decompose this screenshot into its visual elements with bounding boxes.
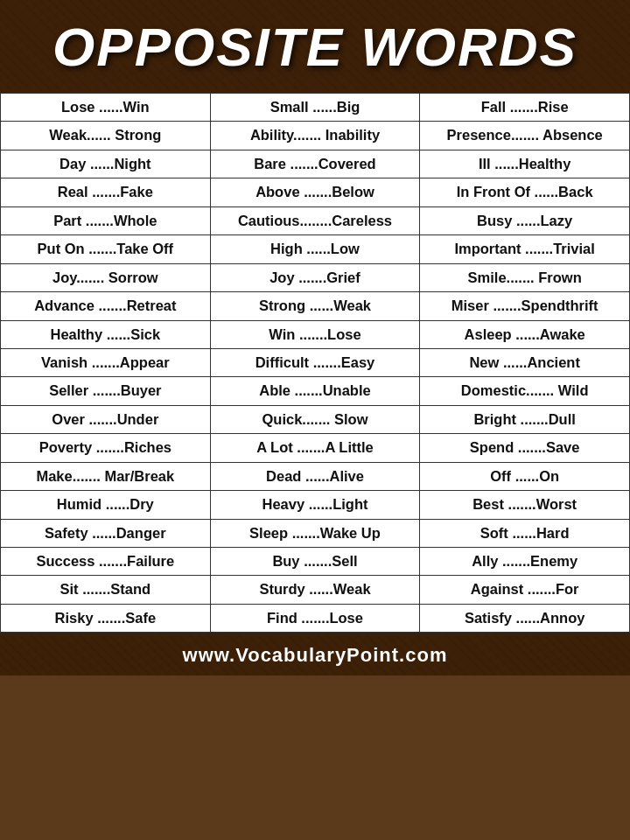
table-cell: Best .......Worst (420, 491, 630, 519)
table-cell: Real .......Fake (1, 178, 211, 206)
table-cell: Seller .......Buyer (1, 377, 211, 405)
table-cell: Heavy ......Light (210, 491, 420, 519)
table-row: Part .......WholeCautious........Careles… (1, 206, 630, 234)
table-cell: Against .......For (420, 576, 630, 604)
table-cell: High ......Low (210, 235, 420, 263)
table-row: Risky .......SafeFind .......LoseSatisfy… (1, 604, 630, 632)
table-row: Humid ......DryHeavy ......LightBest ...… (1, 491, 630, 519)
page-title: OPPOSITE WORDS (9, 16, 621, 78)
table-row: Weak...... StrongAbility....... Inabilit… (1, 122, 630, 150)
table-cell: Important .......Trivial (420, 235, 630, 263)
table-cell: Dead ......Alive (210, 462, 420, 490)
table-row: Make....... Mar/BreakDead ......AliveOff… (1, 462, 630, 490)
table-row: Safety ......DangerSleep .......Wake UpS… (1, 519, 630, 547)
table-cell: Busy ......Lazy (420, 206, 630, 234)
table-cell: Bright .......Dull (420, 405, 630, 433)
table-row: Over .......UnderQuick....... SlowBright… (1, 405, 630, 433)
table-cell: Advance .......Retreat (1, 292, 211, 320)
table-cell: Lose ......Win (1, 94, 211, 122)
table-cell: Above .......Below (210, 178, 420, 206)
table-cell: Safety ......Danger (1, 519, 211, 547)
table-cell: Put On .......Take Off (1, 235, 211, 263)
opposite-words-table: Lose ......WinSmall ......BigFall ......… (0, 93, 630, 633)
table-row: Success .......FailureBuy .......SellAll… (1, 548, 630, 576)
table-cell: Asleep ......Awake (420, 320, 630, 348)
table-row: Sit .......StandSturdy ......WeakAgainst… (1, 576, 630, 604)
table-cell: Strong ......Weak (210, 292, 420, 320)
word-table-container: Lose ......WinSmall ......BigFall ......… (0, 90, 630, 635)
table-row: Vanish .......AppearDifficult .......Eas… (1, 348, 630, 376)
table-cell: Smile....... Frown (420, 263, 630, 291)
table-cell: Joy .......Grief (210, 263, 420, 291)
table-cell: Miser .......Spendthrift (420, 292, 630, 320)
table-cell: Risky .......Safe (1, 604, 211, 632)
table-cell: Able .......Unable (210, 377, 420, 405)
table-cell: Ally .......Enemy (420, 548, 630, 576)
table-cell: Difficult .......Easy (210, 348, 420, 376)
table-row: Put On .......Take OffHigh ......LowImpo… (1, 235, 630, 263)
table-cell: Satisfy ......Annoy (420, 604, 630, 632)
table-cell: Humid ......Dry (1, 491, 211, 519)
table-cell: Weak...... Strong (1, 122, 211, 150)
website-url: www.VocabularyPoint.com (183, 644, 448, 666)
table-row: Healthy ......SickWin .......LoseAsleep … (1, 320, 630, 348)
table-cell: In Front Of ......Back (420, 178, 630, 206)
table-row: Lose ......WinSmall ......BigFall ......… (1, 94, 630, 122)
table-cell: Buy .......Sell (210, 548, 420, 576)
table-cell: Off ......On (420, 462, 630, 490)
table-cell: Win .......Lose (210, 320, 420, 348)
table-row: Real .......FakeAbove .......BelowIn Fro… (1, 178, 630, 206)
table-cell: A Lot .......A Little (210, 434, 420, 462)
table-cell: New ......Ancient (420, 348, 630, 376)
table-cell: Spend .......Save (420, 434, 630, 462)
table-cell: Cautious........Careless (210, 206, 420, 234)
table-cell: Bare .......Covered (210, 150, 420, 178)
table-row: Day ......NightBare .......CoveredIll ..… (1, 150, 630, 178)
table-cell: Find .......Lose (210, 604, 420, 632)
table-cell: Soft ......Hard (420, 519, 630, 547)
table-cell: Sleep .......Wake Up (210, 519, 420, 547)
table-cell: Day ......Night (1, 150, 211, 178)
table-cell: Ability....... Inability (210, 122, 420, 150)
table-cell: Sturdy ......Weak (210, 576, 420, 604)
table-cell: Small ......Big (210, 94, 420, 122)
table-cell: Fall .......Rise (420, 94, 630, 122)
table-cell: Quick....... Slow (210, 405, 420, 433)
table-cell: Sit .......Stand (1, 576, 211, 604)
table-cell: Healthy ......Sick (1, 320, 211, 348)
table-cell: Part .......Whole (1, 206, 211, 234)
table-row: Advance .......RetreatStrong ......WeakM… (1, 292, 630, 320)
table-cell: Success .......Failure (1, 548, 211, 576)
table-row: Seller .......BuyerAble .......UnableDom… (1, 377, 630, 405)
table-cell: Over .......Under (1, 405, 211, 433)
page-footer: www.VocabularyPoint.com (0, 635, 630, 676)
table-cell: Domestic....... Wild (420, 377, 630, 405)
table-cell: Ill ......Healthy (420, 150, 630, 178)
table-cell: Vanish .......Appear (1, 348, 211, 376)
table-cell: Make....... Mar/Break (1, 462, 211, 490)
page-header: OPPOSITE WORDS (0, 0, 630, 90)
table-cell: Presence....... Absence (420, 122, 630, 150)
table-row: Joy....... SorrowJoy .......GriefSmile..… (1, 263, 630, 291)
table-cell: Joy....... Sorrow (1, 263, 211, 291)
table-cell: Poverty .......Riches (1, 434, 211, 462)
table-row: Poverty .......RichesA Lot .......A Litt… (1, 434, 630, 462)
